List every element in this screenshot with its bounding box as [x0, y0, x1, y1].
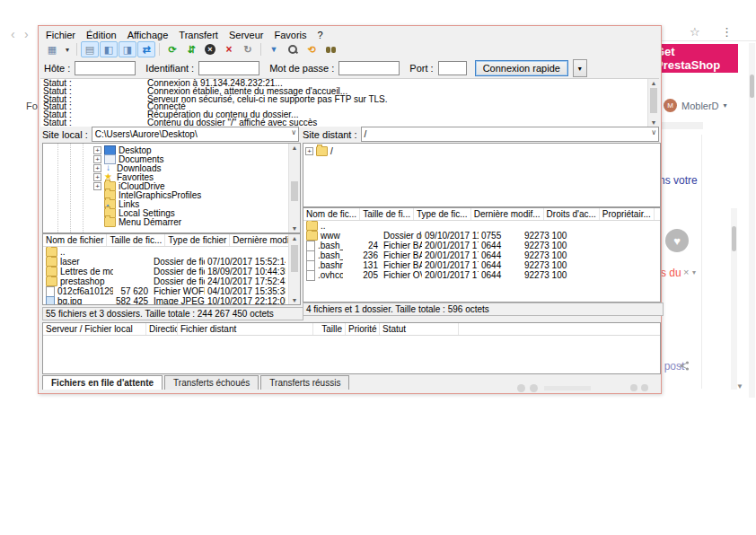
local-tree-scrollbar[interactable]: ▲ ▼ [288, 144, 300, 232]
chevron-down-icon[interactable]: ▾ [692, 268, 696, 276]
tree-item[interactable]: + / [303, 144, 660, 155]
column-header[interactable]: Droits d'ac... [544, 208, 600, 220]
browser-menu-icon[interactable]: ⋮ [721, 25, 733, 39]
queue-tab[interactable]: Fichiers en file d'attente [42, 375, 163, 390]
toggle-local-tree-icon[interactable]: ◧ [100, 41, 118, 57]
like-button[interactable]: ♥ [665, 229, 689, 252]
column-header[interactable]: Serveur / Fichier local [43, 323, 146, 335]
user-menu[interactable]: M MoblerD ▾ [664, 99, 727, 112]
scrollbar-thumb[interactable] [750, 75, 754, 98]
menu-item[interactable]: Transfert [173, 30, 224, 40]
tree-item[interactable]: + iCloudDrive [43, 181, 300, 190]
scroll-up-icon[interactable]: ▲ [289, 145, 300, 151]
column-header[interactable]: Fichier distant [178, 323, 313, 335]
log-scrollbar[interactable]: ▲ ▼ [647, 79, 659, 127]
quickconnect-button[interactable]: Connexion rapide [475, 60, 568, 76]
toggle-log-icon[interactable]: ▤ [81, 41, 99, 57]
menu-item[interactable]: Favoris [268, 30, 312, 40]
refresh-icon[interactable]: ⟳ [163, 41, 181, 57]
filter-icon[interactable]: ▼ [265, 41, 283, 57]
browser-back-icon[interactable]: ‹ [11, 28, 15, 40]
column-header[interactable]: Type de fic... [414, 208, 471, 220]
expand-icon[interactable]: + [93, 173, 101, 181]
expand-icon[interactable]: + [93, 164, 101, 172]
file-row[interactable]: Lettres de motiv... Dossier de fich... 1… [43, 267, 300, 276]
file-row[interactable]: bg.jpg 582 425 Image JPEG 10/10/2017 22:… [43, 296, 300, 305]
site-manager-icon[interactable]: ▦ [43, 41, 61, 57]
file-row[interactable]: .. [303, 221, 660, 231]
local-path-combo[interactable]: C:\Users\Aurore\Desktop\ ∨ [92, 127, 299, 142]
expand-icon[interactable]: + [93, 182, 101, 190]
file-row[interactable]: .ovhconf... 205 Fichier OV... 20/01/2017… [303, 270, 660, 280]
quickconnect-caret-icon[interactable]: ▾ [573, 59, 587, 77]
tree-item[interactable]: + Favorites [43, 172, 300, 181]
column-header[interactable]: Nom de fichier [43, 234, 107, 246]
file-row[interactable]: .bash_lo... 24 Fichier BAS... 20/01/2017… [303, 241, 660, 250]
column-header[interactable]: Taille de fic... [107, 234, 165, 246]
find-files-button[interactable] [321, 41, 339, 57]
column-header[interactable]: Priorité [346, 323, 380, 335]
scrollbar-thumb[interactable] [650, 88, 657, 113]
file-row[interactable]: .bashrc 131 Fichier BAS... 20/01/2017 17… [303, 260, 660, 270]
menu-item[interactable]: Fichier [40, 30, 81, 40]
browser-forward-icon[interactable]: › [24, 28, 29, 40]
menu-item[interactable]: ? [312, 30, 329, 40]
synchronized-browsing-icon[interactable]: ⟲ [303, 41, 321, 57]
process-queue-icon[interactable]: ⇵ [182, 41, 200, 57]
scrollbar-thumb[interactable] [732, 226, 736, 251]
share-icon[interactable] [680, 361, 690, 371]
toggle-queue-icon[interactable]: ⇄ [137, 41, 155, 57]
column-header[interactable]: Propriétair... [600, 208, 655, 220]
column-header[interactable]: Type de fichier [165, 234, 230, 246]
expand-icon[interactable]: + [93, 155, 101, 163]
file-row[interactable]: 012cf6a10129e2... 57 620 Fichier WOFF 04… [43, 286, 300, 296]
password-input[interactable] [338, 61, 400, 75]
column-header[interactable]: Nom de fic... [303, 208, 360, 220]
scroll-down-icon[interactable]: ▼ [289, 297, 300, 303]
scroll-up-icon[interactable]: ▲ [289, 235, 300, 241]
site-manager-caret-icon[interactable]: ▾ [62, 41, 73, 57]
bookmark-icon[interactable]: ☆ [690, 25, 700, 39]
file-row[interactable]: prestashop Dossier de fich... 24/10/2017… [43, 276, 300, 286]
local-list-scrollbar[interactable]: ▲ ▼ [288, 234, 300, 304]
tree-item[interactable]: + Downloads [43, 163, 300, 172]
column-header[interactable]: Statut [380, 323, 459, 335]
queue-tab[interactable]: Transferts réussis [260, 375, 349, 390]
scroll-down-icon[interactable]: ▼ [648, 119, 659, 126]
expand-icon[interactable]: + [305, 147, 313, 155]
column-header[interactable]: Dernière modif... [471, 208, 544, 220]
toggle-remote-tree-icon[interactable]: ◨ [119, 41, 136, 57]
tag-text-fragment[interactable]: s du [661, 267, 681, 279]
expand-icon[interactable]: + [93, 146, 101, 154]
get-prestashop-button[interactable]: Get PrestaShop [655, 44, 738, 73]
menu-item[interactable]: Serveur [224, 30, 269, 40]
scrollbar-thumb[interactable] [291, 181, 298, 201]
scrollbar-thumb[interactable] [291, 245, 298, 272]
file-row[interactable]: www Dossier de ... 09/10/2017 11:... 075… [303, 231, 660, 241]
file-row[interactable]: .. [43, 247, 300, 257]
menu-item[interactable]: Édition [81, 30, 122, 40]
browser-scrollbar[interactable] [749, 43, 755, 398]
queue-tab[interactable]: Transferts échoués [164, 375, 259, 390]
host-input[interactable] [75, 61, 136, 75]
menu-item[interactable]: Affichage [122, 30, 174, 40]
file-row[interactable]: .bash_pr... 236 Fichier BAS... 20/01/201… [303, 250, 660, 260]
port-input[interactable] [438, 61, 467, 75]
tree-item[interactable]: + Documents [43, 154, 300, 163]
close-icon[interactable]: × [683, 267, 689, 277]
tree-item[interactable]: Local Settings [43, 208, 300, 217]
disconnect-icon[interactable]: × [220, 41, 238, 57]
panel-scrollbar[interactable] [731, 208, 737, 390]
column-header[interactable]: Direction [146, 323, 178, 335]
tree-item[interactable]: + Desktop [43, 145, 300, 154]
scroll-down-icon[interactable]: ▼ [736, 383, 743, 390]
tree-item[interactable]: Menu Démarrer [43, 217, 300, 226]
tree-item[interactable]: IntelGraphicsProfiles [43, 190, 300, 199]
compare-directories-button[interactable] [284, 41, 302, 57]
link-text-fragment[interactable]: ns votre [659, 174, 698, 187]
reconnect-icon[interactable]: ↻ [239, 41, 257, 57]
column-header[interactable]: Taille [313, 323, 346, 335]
file-row[interactable]: laser Dossier de fich... 07/10/2017 15:5… [43, 257, 300, 267]
column-header[interactable]: Taille de fi... [360, 208, 414, 220]
scroll-up-icon[interactable]: ▲ [648, 80, 659, 86]
